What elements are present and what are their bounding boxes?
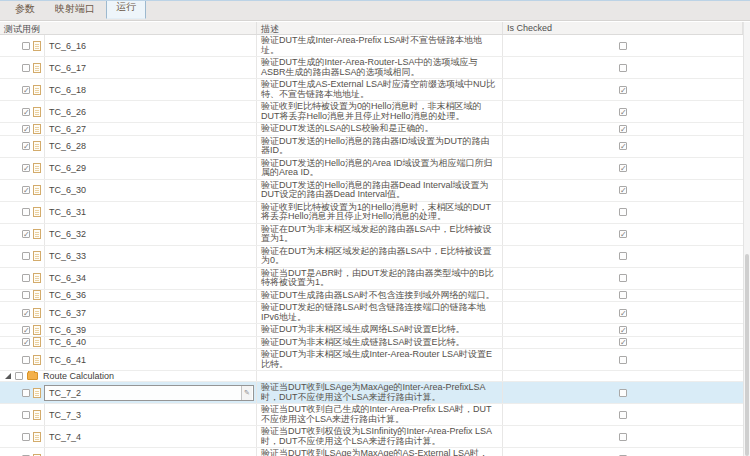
description-cell: 验证DUT生成AS-External LSA时应清空前缀选项域中NU比特、不宣告… bbox=[257, 79, 503, 100]
is-checked-checkbox[interactable] bbox=[619, 433, 627, 441]
row-checkbox[interactable] bbox=[22, 356, 30, 364]
row-checkbox[interactable] bbox=[22, 86, 30, 94]
row-checkbox[interactable] bbox=[22, 252, 30, 260]
tab-port-mapping[interactable]: 映射端口 bbox=[46, 0, 104, 20]
tab-parameters[interactable]: 参数 bbox=[6, 0, 44, 20]
is-checked-checkbox[interactable] bbox=[619, 230, 627, 238]
is-checked-checkbox[interactable] bbox=[619, 389, 627, 397]
description-cell: 验证DUT为非末梢区域生成Inter-Area-Router LSA时设置E比特… bbox=[257, 349, 503, 370]
is-checked-checkbox[interactable] bbox=[619, 356, 627, 364]
table-body: TC_6_16验证DUT生成Inter-Area-Prefix LSA时不宣告链… bbox=[0, 35, 743, 456]
table-row[interactable]: TC_6_30验证DUT发送的Hello消息的路由器Dead Interval域… bbox=[0, 180, 743, 202]
is-checked-cell bbox=[503, 180, 743, 201]
is-checked-checkbox[interactable] bbox=[619, 64, 627, 72]
column-header-testcase[interactable]: 测试用例 bbox=[0, 22, 257, 34]
testcase-cell: TC_6_31 bbox=[0, 202, 257, 223]
row-checkbox[interactable] bbox=[22, 411, 30, 419]
table-row[interactable]: TC_6_41验证DUT为非末梢区域生成Inter-Area-Router LS… bbox=[0, 349, 743, 371]
scrollbar-thumb[interactable] bbox=[745, 254, 749, 456]
table-row[interactable]: TC_6_29验证DUT发送的Hello消息的Area ID域设置为相应端口所归… bbox=[0, 158, 743, 180]
testcase-cell: TC_6_32 bbox=[0, 224, 257, 245]
table-row[interactable]: TC_6_39验证DUT为非末梢区域生成网络LSA时设置E比特。 bbox=[0, 324, 743, 337]
testcase-cell: TC_6_17 bbox=[0, 57, 257, 78]
table-row[interactable]: TC_6_40验证DUT为非末梢区域生成链路LSA时设置E比特。 bbox=[0, 337, 743, 350]
table-row[interactable]: TC_7_4验证当DUT收到权值设为LSInfinity的Inter-Area-… bbox=[0, 426, 743, 448]
testcase-icon bbox=[33, 107, 41, 117]
vertical-scrollbar[interactable] bbox=[743, 22, 750, 456]
is-checked-checkbox[interactable] bbox=[619, 208, 627, 216]
table-row[interactable]: TC_6_16验证DUT生成Inter-Area-Prefix LSA时不宣告链… bbox=[0, 35, 743, 57]
testcase-icon bbox=[33, 141, 41, 151]
table-row[interactable]: TC_6_33验证在DUT为末梢区域发起的路由器LSA中，E比特被设置为0。 bbox=[0, 246, 743, 268]
row-checkbox[interactable] bbox=[22, 208, 30, 216]
group-checkbox[interactable] bbox=[15, 372, 23, 380]
testcase-icon bbox=[33, 163, 41, 173]
testcase-id: TC_6_34 bbox=[44, 268, 256, 289]
testcase-icon bbox=[33, 229, 41, 239]
row-checkbox[interactable] bbox=[22, 291, 30, 299]
is-checked-checkbox[interactable] bbox=[619, 186, 627, 194]
testcase-icon bbox=[33, 185, 41, 195]
is-checked-checkbox[interactable] bbox=[619, 86, 627, 94]
row-checkbox[interactable] bbox=[22, 42, 30, 50]
is-checked-checkbox[interactable] bbox=[619, 125, 627, 133]
is-checked-checkbox[interactable] bbox=[619, 142, 627, 150]
testcase-icon bbox=[33, 410, 41, 420]
table-row[interactable]: TC_6_34验证当DUT是ABR时，由DUT发起的路由器类型域中的B比特将被设… bbox=[0, 268, 743, 290]
testcase-edit-box[interactable]: TC_7_2✎ bbox=[44, 385, 254, 401]
is-checked-checkbox[interactable] bbox=[619, 252, 627, 260]
table-row[interactable]: TC_7_3验证当DUT收到自己生成的Inter-Area-Prefix LSA… bbox=[0, 404, 743, 426]
is-checked-cell bbox=[503, 136, 743, 157]
table-row[interactable]: TC_6_17验证DUT生成的Inter-Area-Router-LSA中的选项… bbox=[0, 57, 743, 79]
table-row[interactable]: TC_6_28验证DUT发送的Hello消息的路由器ID域设置为DUT的路由器I… bbox=[0, 136, 743, 158]
row-checkbox[interactable] bbox=[22, 230, 30, 238]
row-checkbox[interactable] bbox=[22, 125, 30, 133]
row-checkbox[interactable] bbox=[22, 186, 30, 194]
is-checked-checkbox[interactable] bbox=[619, 411, 627, 419]
row-checkbox[interactable] bbox=[22, 326, 30, 334]
testcase-edit-cell: TC_7_2✎ bbox=[44, 383, 254, 402]
table-header-row: 测试用例 描述 Is Checked bbox=[0, 22, 743, 35]
table-row[interactable]: TC_6_37验证DUT发起的链路LSA时包含链路连接端口的链路本地IPv6地址… bbox=[0, 302, 743, 324]
is-checked-cell bbox=[503, 224, 743, 245]
table-row[interactable]: Route Calculation bbox=[0, 371, 743, 382]
column-header-is-checked[interactable]: Is Checked bbox=[503, 22, 743, 34]
row-checkbox[interactable] bbox=[22, 108, 30, 116]
table-row[interactable]: TC_7_2✎验证当DUT收到LSAge为MaxAge的Inter-Area-P… bbox=[0, 382, 743, 404]
is-checked-checkbox[interactable] bbox=[619, 309, 627, 317]
row-checkbox[interactable] bbox=[22, 142, 30, 150]
table-row[interactable]: TC_6_18验证DUT生成AS-External LSA时应清空前缀选项域中N… bbox=[0, 79, 743, 101]
testcase-icon bbox=[33, 308, 41, 318]
is-checked-checkbox[interactable] bbox=[619, 291, 627, 299]
row-checkbox[interactable] bbox=[22, 64, 30, 72]
table-row[interactable]: TC_6_26验证收到E比特被设置为0的Hello消息时，非末梢区域的DUT将丢… bbox=[0, 101, 743, 123]
is-checked-checkbox[interactable] bbox=[619, 164, 627, 172]
table-row[interactable]: TC_6_31验证收到E比特被设置为1的Hello消息时，末梢区域的DUT将丢弃… bbox=[0, 202, 743, 224]
description-cell: 验证DUT发起的链路LSA时包含链路连接端口的链路本地IPv6地址。 bbox=[257, 302, 503, 323]
table-row[interactable]: TC_6_27验证DUT发送的LSA的LS校验和是正确的。 bbox=[0, 123, 743, 136]
testcase-id: TC_7_4 bbox=[44, 426, 256, 447]
tab-run[interactable]: 运行 bbox=[106, 0, 146, 19]
is-checked-checkbox[interactable] bbox=[619, 108, 627, 116]
testcase-cell: TC_6_33 bbox=[0, 246, 257, 267]
row-checkbox[interactable] bbox=[22, 338, 30, 346]
is-checked-checkbox[interactable] bbox=[619, 326, 627, 334]
row-checkbox[interactable] bbox=[22, 389, 30, 397]
column-header-description[interactable]: 描述 bbox=[257, 22, 503, 34]
row-checkbox[interactable] bbox=[22, 164, 30, 172]
expander-icon[interactable] bbox=[5, 373, 11, 379]
is-checked-checkbox[interactable] bbox=[619, 42, 627, 50]
description-cell: 验证在DUT为非末梢区域发起的路由器LSA中，E比特被设置为1。 bbox=[257, 224, 503, 245]
table-row[interactable]: TC_6_32验证在DUT为非末梢区域发起的路由器LSA中，E比特被设置为1。 bbox=[0, 224, 743, 246]
row-checkbox[interactable] bbox=[22, 433, 30, 441]
is-checked-cell bbox=[503, 268, 743, 289]
table-row[interactable]: TC_6_36验证DUT生成路由器LSA时不包含连接到域外网络的端口。 bbox=[0, 290, 743, 303]
table-row[interactable]: TC_7_6验证当DUT收到LSAge为MaxAge的AS-External L… bbox=[0, 448, 743, 456]
testcase-cell: TC_6_29 bbox=[0, 158, 257, 179]
folder-icon bbox=[27, 372, 38, 380]
is-checked-checkbox[interactable] bbox=[619, 274, 627, 282]
row-checkbox[interactable] bbox=[22, 309, 30, 317]
row-checkbox[interactable] bbox=[22, 274, 30, 282]
inline-edit-icon[interactable]: ✎ bbox=[241, 386, 252, 400]
is-checked-checkbox[interactable] bbox=[619, 338, 627, 346]
